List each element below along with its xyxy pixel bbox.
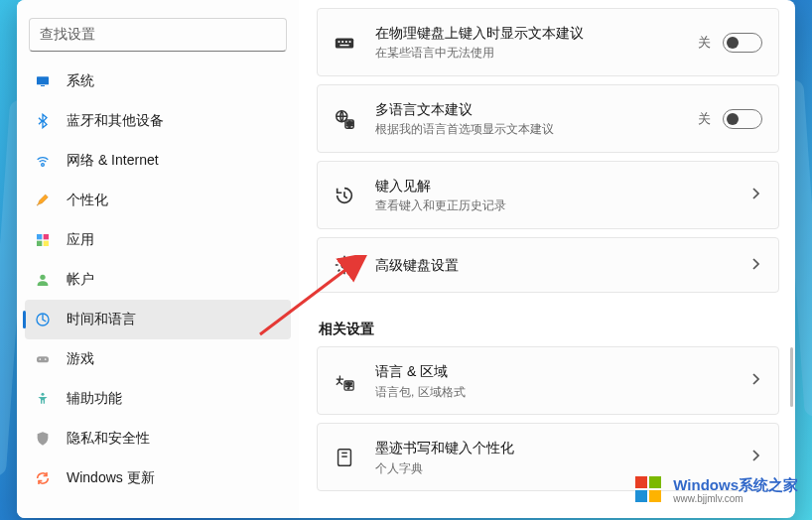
svg-rect-5: [44, 234, 49, 239]
sidebar: 查找设置 系统 蓝牙和其他设备 网络: [17, 0, 299, 518]
update-icon: [33, 468, 53, 488]
watermark-url: www.bjjmlv.com: [673, 493, 798, 505]
svg-rect-18: [349, 41, 351, 43]
svg-point-8: [40, 275, 45, 280]
setting-title: 高级键盘设置: [375, 255, 750, 275]
sidebar-item-personalization[interactable]: 个性化: [25, 181, 291, 220]
sidebar-item-label: 隐私和安全性: [67, 430, 150, 448]
svg-rect-26: [338, 450, 351, 466]
svg-rect-17: [345, 41, 347, 43]
sidebar-item-label: 个性化: [67, 192, 108, 209]
sidebar-item-label: 网络 & Internet: [67, 152, 159, 170]
wifi-icon: [33, 151, 53, 171]
svg-rect-31: [649, 476, 661, 488]
accessibility-icon: [33, 389, 53, 409]
bluetooth-icon: [33, 111, 53, 131]
history-icon: [332, 183, 357, 208]
globe-char-icon: 字: [332, 106, 357, 132]
svg-rect-16: [341, 41, 343, 43]
sidebar-item-label: 游戏: [67, 350, 94, 368]
svg-point-13: [41, 393, 44, 396]
setting-multilingual[interactable]: 字 多语言文本建议 根据我的语言首选项显示文本建议 关: [317, 84, 779, 153]
chevron-right-icon: [750, 449, 762, 465]
sidebar-item-label: 蓝牙和其他设备: [67, 112, 164, 130]
sidebar-item-label: 辅助功能: [67, 390, 122, 408]
chevron-right-icon: [750, 372, 762, 389]
search-input[interactable]: 查找设置: [29, 18, 287, 52]
setting-subtitle: 语言包, 区域格式: [375, 384, 750, 401]
sidebar-item-network[interactable]: 网络 & Internet: [25, 141, 291, 181]
keyboard-icon: [332, 30, 357, 56]
person-icon: [33, 270, 53, 290]
main-content: 在物理键盘上键入时显示文本建议 在某些语言中无法使用 关 字 多语言文本建议 根…: [299, 0, 795, 518]
svg-rect-7: [44, 241, 49, 246]
setting-subtitle: 查看键入和更正历史记录: [375, 197, 750, 214]
toggle-state-label: 关: [698, 110, 711, 128]
setting-typing-insights[interactable]: 键入见解 查看键入和更正历史记录: [317, 161, 779, 229]
svg-rect-30: [635, 476, 647, 488]
watermark-brand: Windows: [673, 476, 739, 493]
svg-rect-14: [336, 38, 353, 48]
svg-rect-15: [338, 41, 340, 43]
watermark: Windows系统之家 www.bjjmlv.com: [633, 473, 798, 508]
chevron-right-icon: [750, 187, 762, 203]
toggle-switch[interactable]: [723, 109, 762, 129]
svg-rect-33: [649, 490, 661, 502]
sidebar-item-label: 帐户: [67, 271, 94, 289]
setting-title: 多语言文本建议: [375, 99, 698, 119]
svg-rect-2: [37, 76, 49, 84]
setting-subtitle: 根据我的语言首选项显示文本建议: [375, 121, 698, 138]
toggle-state-label: 关: [698, 34, 711, 52]
svg-rect-3: [41, 85, 45, 86]
globe-clock-icon: [33, 310, 53, 329]
svg-rect-6: [37, 241, 42, 246]
sidebar-item-label: 应用: [67, 231, 94, 249]
paintbrush-icon: [33, 191, 53, 210]
sidebar-item-system[interactable]: 系统: [25, 62, 291, 101]
sidebar-item-label: Windows 更新: [67, 469, 155, 487]
sidebar-item-gaming[interactable]: 游戏: [25, 339, 291, 379]
watermark-suffix: 系统之家: [739, 476, 798, 493]
sidebar-item-apps[interactable]: 应用: [25, 220, 291, 260]
sidebar-item-accessibility[interactable]: 辅助功能: [25, 379, 291, 419]
setting-title: 键入见解: [375, 176, 750, 195]
sidebar-item-update[interactable]: Windows 更新: [25, 458, 291, 498]
section-related-settings: 相关设置: [319, 321, 789, 338]
setting-title: 墨迹书写和键入个性化: [375, 438, 750, 457]
display-icon: [33, 71, 53, 91]
sidebar-item-accounts[interactable]: 帐户: [25, 260, 291, 300]
svg-rect-19: [339, 44, 348, 45]
sidebar-item-label: 时间和语言: [67, 311, 136, 328]
svg-point-23: [341, 262, 347, 268]
setting-title: 在物理键盘上键入时显示文本建议: [375, 23, 698, 43]
language-icon: 字: [332, 368, 357, 394]
scrollbar[interactable]: [790, 347, 793, 407]
svg-rect-32: [635, 490, 647, 502]
svg-rect-4: [37, 234, 42, 239]
setting-language-region[interactable]: 字 语言 & 区域 语言包, 区域格式: [317, 346, 779, 415]
sidebar-item-label: 系统: [67, 72, 94, 90]
setting-title: 语言 & 区域: [375, 361, 750, 381]
chevron-right-icon: [750, 257, 762, 274]
settings-window: 查找设置 系统 蓝牙和其他设备 网络: [17, 0, 795, 518]
svg-point-11: [39, 358, 41, 360]
sidebar-item-privacy[interactable]: 隐私和安全性: [25, 419, 291, 458]
search-placeholder: 查找设置: [40, 26, 276, 44]
setting-subtitle: 在某些语言中无法使用: [375, 45, 698, 62]
svg-text:字: 字: [345, 382, 352, 389]
shield-icon: [33, 429, 53, 449]
dictionary-icon: [332, 445, 357, 470]
svg-point-12: [45, 358, 47, 360]
sidebar-item-bluetooth[interactable]: 蓝牙和其他设备: [25, 101, 291, 141]
apps-icon: [33, 230, 53, 250]
toggle-switch[interactable]: [723, 33, 762, 53]
sidebar-list: 系统 蓝牙和其他设备 网络 & Internet 个性化: [17, 62, 299, 510]
svg-rect-10: [37, 356, 49, 362]
sidebar-item-time-language[interactable]: 时间和语言: [25, 300, 291, 339]
gamepad-icon: [33, 349, 53, 369]
gear-icon: [332, 252, 357, 278]
setting-advanced-keyboard[interactable]: 高级键盘设置: [317, 237, 779, 293]
svg-text:字: 字: [346, 120, 353, 127]
windows-logo-icon: [633, 473, 665, 508]
setting-physical-keyboard[interactable]: 在物理键盘上键入时显示文本建议 在某些语言中无法使用 关: [317, 8, 779, 76]
